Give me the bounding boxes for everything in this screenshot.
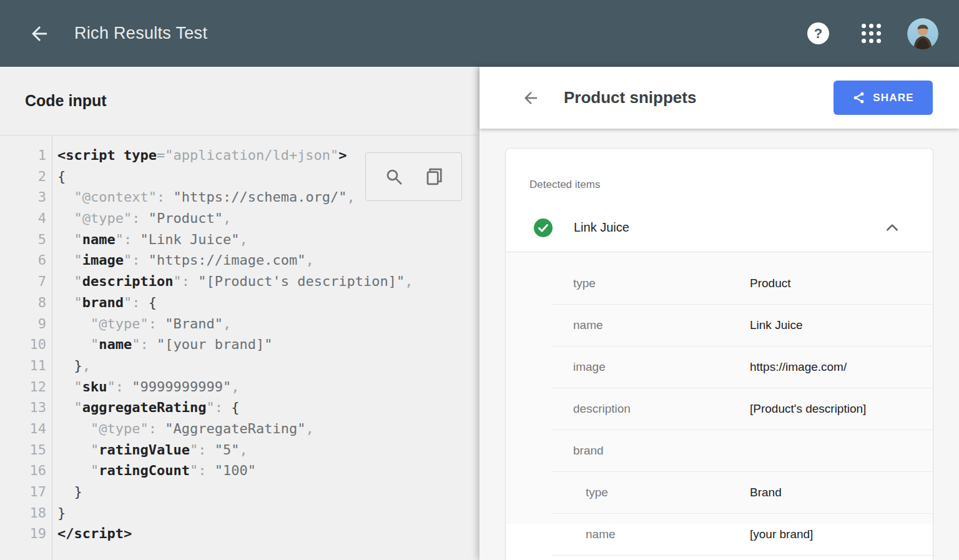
line-number: 19 [0, 523, 46, 544]
line-number: 7 [0, 271, 46, 292]
detected-item-name: Link Juice [574, 220, 629, 235]
line-number: 9 [0, 313, 46, 335]
line-number: 13 [0, 397, 46, 418]
property-label: brand [551, 444, 750, 458]
code-line[interactable]: "ratingValue": "5", [57, 440, 480, 461]
property-value: Product [750, 277, 790, 290]
line-number: 10 [0, 334, 46, 355]
chevron-up-icon[interactable] [884, 220, 900, 236]
app-title: Rich Results Test [74, 24, 207, 43]
apps-grid-icon[interactable] [862, 24, 881, 43]
search-icon[interactable] [385, 167, 403, 186]
line-number: 14 [0, 418, 46, 440]
line-number: 3 [0, 187, 46, 208]
results-panel: Product snippets SHARE Detected items Li… [480, 67, 959, 560]
avatar[interactable] [907, 18, 938, 49]
detected-items-label: Detected items [529, 179, 933, 191]
line-number: 4 [0, 208, 46, 229]
help-icon[interactable]: ? [807, 22, 829, 44]
line-number: 8 [0, 292, 46, 313]
line-number-gutter: 12345678910111213141516171819 [0, 135, 52, 560]
property-value: Link Juice [750, 318, 803, 332]
line-number: 16 [0, 460, 46, 481]
code-line[interactable]: } [57, 481, 480, 503]
detected-item-header[interactable]: Link Juice [506, 204, 933, 252]
code-line[interactable]: </script> [57, 523, 480, 544]
code-panel-header: Code input [0, 67, 480, 135]
back-arrow-icon[interactable] [28, 22, 51, 45]
code-line[interactable]: } [57, 503, 480, 524]
code-line[interactable]: "name": "[your brand]" [57, 334, 480, 355]
detected-items-card: Detected items Link Juice typeProductnam… [505, 148, 933, 560]
property-label: name [551, 528, 750, 541]
code-line[interactable]: "@type": "AggregateRating", [57, 418, 480, 440]
app-bar: Rich Results Test ? [0, 0, 959, 67]
code-panel-title: Code input [25, 92, 107, 110]
code-line[interactable]: "brand": { [57, 292, 480, 313]
main-split: Code input 12345678910111213141516171819… [0, 67, 959, 560]
code-line[interactable]: "description": "[Product's description]"… [57, 271, 480, 292]
line-number: 1 [0, 145, 46, 166]
copy-icon[interactable] [425, 167, 443, 186]
line-number: 17 [0, 481, 46, 503]
line-number: 12 [0, 376, 46, 398]
property-label: type [551, 486, 750, 499]
line-number: 5 [0, 229, 46, 250]
code-line[interactable]: "image": "https://image.com", [57, 250, 480, 271]
property-row[interactable]: imagehttps://image.com/ [551, 346, 933, 388]
code-line[interactable]: "sku": "9999999999", [57, 376, 480, 398]
results-body: Detected items Link Juice typeProductnam… [480, 129, 959, 560]
line-number: 15 [0, 440, 46, 461]
property-row[interactable]: nameLink Juice [551, 305, 933, 346]
property-value: Brand [750, 486, 782, 499]
code-line[interactable]: "@type": "Product", [57, 208, 480, 229]
results-header: Product snippets SHARE [480, 67, 959, 129]
code-line[interactable]: "ratingCount": "100" [57, 460, 480, 481]
property-row[interactable]: brand [551, 430, 933, 472]
code-editor[interactable]: 12345678910111213141516171819 <script ty… [0, 135, 480, 560]
property-value: [Product's description] [750, 402, 866, 416]
share-button[interactable]: SHARE [834, 81, 933, 115]
results-title: Product snippets [564, 88, 696, 107]
check-circle-icon [534, 219, 553, 237]
code-panel: Code input 12345678910111213141516171819… [0, 67, 480, 560]
help-glyph: ? [814, 26, 822, 42]
code-line[interactable]: "name": "Link Juice", [57, 229, 480, 250]
code-line[interactable]: "aggregateRating": { [57, 397, 480, 418]
property-label: name [551, 318, 750, 332]
editor-toolbar [365, 152, 462, 201]
property-row[interactable]: typeProduct [551, 263, 933, 305]
property-label: description [551, 402, 750, 416]
property-row[interactable]: typeBrand [551, 472, 933, 514]
property-value: [your brand] [750, 528, 813, 541]
code-line[interactable]: "@type": "Brand", [57, 313, 480, 335]
property-label: image [551, 360, 750, 374]
property-row[interactable]: name[your brand] [551, 514, 933, 556]
code-line[interactable]: }, [57, 355, 480, 376]
property-row[interactable]: description[Product's description] [551, 388, 933, 430]
property-label: type [551, 277, 750, 290]
line-number: 11 [0, 355, 46, 376]
share-button-label: SHARE [873, 92, 914, 104]
line-number: 18 [0, 503, 46, 524]
line-number: 6 [0, 250, 46, 271]
line-number: 2 [0, 166, 46, 187]
results-back-arrow-icon[interactable] [521, 89, 540, 107]
property-value: https://image.com/ [750, 360, 847, 374]
property-table: typeProductnameLink Juiceimagehttps://im… [506, 252, 933, 524]
share-icon [852, 91, 865, 104]
